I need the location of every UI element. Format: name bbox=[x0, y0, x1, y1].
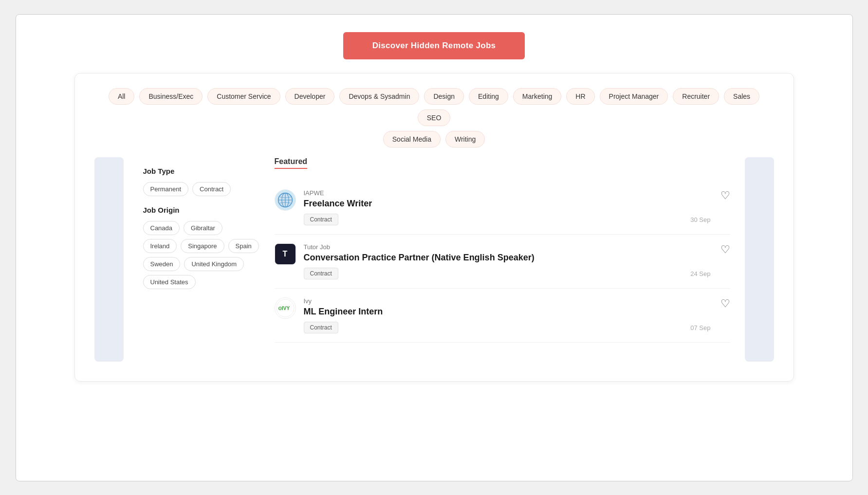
job-type-contract[interactable]: Contract bbox=[192, 182, 231, 196]
job-type-permanent[interactable]: Permanent bbox=[143, 182, 189, 196]
tag-design[interactable]: Design bbox=[424, 88, 464, 105]
origin-singapore[interactable]: Singapore bbox=[181, 239, 224, 253]
main-card: All Business/Exec Customer Service Devel… bbox=[74, 73, 794, 382]
jobs-area: Featured IA bbox=[270, 157, 735, 362]
discover-button[interactable]: Discover Hidden Remote Jobs bbox=[343, 32, 525, 59]
job-card-ml-engineer: ⊙IVY Ivy ML Engineer Intern Contract 07 … bbox=[275, 289, 730, 343]
tag-sales[interactable]: Sales bbox=[724, 88, 759, 105]
save-ml-engineer-button[interactable]: ♡ bbox=[720, 297, 730, 310]
origin-canada[interactable]: Canada bbox=[143, 221, 180, 235]
origin-gibraltar[interactable]: Gibraltar bbox=[184, 221, 222, 235]
main-container: Discover Hidden Remote Jobs All Business… bbox=[16, 14, 853, 481]
tag-developer[interactable]: Developer bbox=[285, 88, 335, 105]
iapwe-logo bbox=[275, 189, 296, 211]
left-decorative-panel bbox=[94, 157, 124, 362]
content-area: Job Type Permanent Contract Job Origin C… bbox=[94, 157, 774, 362]
origin-united-kingdom[interactable]: United Kingdom bbox=[184, 257, 244, 271]
tag-seo[interactable]: SEO bbox=[418, 110, 451, 126]
job-date-freelance-writer: 30 Sep bbox=[690, 216, 710, 223]
job-tag-ml-engineer: Contract bbox=[304, 322, 338, 333]
job-info-conversation-partner: Tutor Job Conversation Practice Partner … bbox=[304, 243, 730, 279]
job-company-ivy: Ivy bbox=[304, 297, 730, 305]
origin-sweden[interactable]: Sweden bbox=[143, 257, 181, 271]
job-type-title: Job Type bbox=[143, 167, 260, 175]
job-card-conversation-partner: T Tutor Job Conversation Practice Partne… bbox=[275, 235, 730, 289]
job-title-freelance-writer: Freelance Writer bbox=[304, 199, 730, 209]
job-origin-options: Canada Gibraltar Ireland Singapore Spain… bbox=[143, 221, 260, 289]
tutor-job-logo: T bbox=[275, 243, 296, 265]
job-card-freelance-writer: IAPWE Freelance Writer Contract 30 Sep ♡ bbox=[275, 181, 730, 235]
category-tags-row1: All Business/Exec Customer Service Devel… bbox=[94, 88, 774, 126]
job-title-conversation-partner: Conversation Practice Partner (Native En… bbox=[304, 253, 730, 263]
job-date-ml-engineer: 07 Sep bbox=[690, 324, 710, 331]
tag-social-media[interactable]: Social Media bbox=[383, 131, 441, 147]
tag-editing[interactable]: Editing bbox=[469, 88, 508, 105]
tag-all[interactable]: All bbox=[109, 88, 135, 105]
save-conversation-partner-button[interactable]: ♡ bbox=[720, 243, 730, 256]
ivy-logo: ⊙IVY bbox=[275, 297, 296, 319]
job-company-tutor: Tutor Job bbox=[304, 243, 730, 251]
job-origin-title: Job Origin bbox=[143, 206, 260, 214]
tag-project-manager[interactable]: Project Manager bbox=[600, 88, 668, 105]
job-tag-freelance-writer: Contract bbox=[304, 214, 338, 225]
save-freelance-writer-button[interactable]: ♡ bbox=[720, 189, 730, 202]
tag-marketing[interactable]: Marketing bbox=[513, 88, 561, 105]
tag-writing[interactable]: Writing bbox=[445, 131, 485, 147]
category-tags-row2: Social Media Writing bbox=[94, 131, 774, 147]
tag-business-exec[interactable]: Business/Exec bbox=[139, 88, 203, 105]
job-tag-conversation-partner: Contract bbox=[304, 268, 338, 279]
sidebar-filters: Job Type Permanent Contract Job Origin C… bbox=[133, 157, 270, 362]
tag-hr[interactable]: HR bbox=[566, 88, 594, 105]
job-info-freelance-writer: IAPWE Freelance Writer Contract bbox=[304, 189, 730, 225]
tag-customer-service[interactable]: Customer Service bbox=[207, 88, 280, 105]
origin-ireland[interactable]: Ireland bbox=[143, 239, 177, 253]
top-banner: Discover Hidden Remote Jobs bbox=[16, 15, 852, 73]
job-type-options: Permanent Contract bbox=[143, 182, 260, 196]
job-date-conversation-partner: 24 Sep bbox=[690, 270, 710, 277]
origin-united-states[interactable]: United States bbox=[143, 275, 196, 289]
svg-text:⊙IVY: ⊙IVY bbox=[278, 306, 290, 311]
featured-label: Featured bbox=[275, 157, 730, 181]
job-info-ml-engineer: Ivy ML Engineer Intern Contract bbox=[304, 297, 730, 333]
job-title-ml-engineer: ML Engineer Intern bbox=[304, 307, 730, 317]
origin-spain[interactable]: Spain bbox=[228, 239, 259, 253]
job-company-iapwe: IAPWE bbox=[304, 189, 730, 197]
tag-recruiter[interactable]: Recruiter bbox=[673, 88, 719, 105]
right-decorative-panel bbox=[745, 157, 774, 362]
tag-devops-sysadmin[interactable]: Devops & Sysadmin bbox=[339, 88, 419, 105]
tutor-logo-text: T bbox=[283, 250, 288, 258]
